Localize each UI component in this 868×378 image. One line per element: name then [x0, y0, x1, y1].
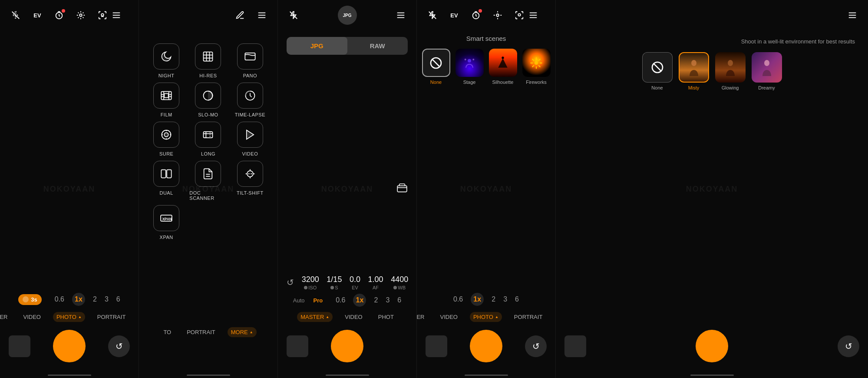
pro-label[interactable]: Pro — [314, 297, 323, 304]
ev-button[interactable]: EV — [30, 8, 44, 22]
mode-photo-1[interactable]: PHOTO — [53, 312, 85, 322]
menu-icon-1[interactable] — [109, 8, 123, 22]
menu-icon-5[interactable] — [845, 8, 859, 22]
stage-thumb — [455, 49, 484, 77]
mode-to[interactable]: TO — [160, 327, 175, 337]
zoom-06-3[interactable]: 0.6 — [336, 296, 345, 304]
gallery-thumbnail-4[interactable] — [426, 335, 447, 357]
iso-param[interactable]: 3200 ISO — [302, 275, 319, 290]
flip-camera-button-4[interactable]: ↺ — [525, 335, 547, 357]
zoom-2-3[interactable]: 2 — [374, 296, 378, 304]
motion-icon-4[interactable] — [491, 8, 505, 22]
mode-doc-scanner[interactable]: DOC SCANNER — [189, 161, 227, 201]
zoom-6[interactable]: 6 — [116, 295, 120, 303]
motion-icon[interactable] — [74, 8, 88, 22]
zoom-6-3[interactable]: 6 — [397, 296, 401, 304]
menu-icon-4[interactable] — [526, 8, 540, 22]
shutter-button-3[interactable] — [331, 330, 363, 362]
scene-misty[interactable]: Misty — [679, 52, 709, 90]
mode-portrait-4[interactable]: PORTRAIT — [511, 312, 546, 322]
gallery-thumbnail-1[interactable] — [9, 335, 30, 357]
mode-portrait-2[interactable]: PORTRAIT — [183, 327, 219, 337]
flash-off-icon-3[interactable] — [287, 8, 300, 22]
jpg-badge[interactable]: JPG — [338, 6, 357, 25]
mode-pano[interactable]: PANO — [231, 43, 269, 78]
mode-sure[interactable]: SURE — [148, 122, 185, 156]
zoom-1x-3[interactable]: 1x — [353, 294, 366, 307]
mode-slomo[interactable]: SLO-MO — [189, 83, 227, 117]
zoom-2-4[interactable]: 2 — [492, 295, 495, 303]
scene-none-5[interactable]: None — [642, 52, 673, 90]
flip-camera-button-1[interactable]: ↺ — [108, 335, 130, 357]
shutter-button-4[interactable] — [470, 330, 502, 362]
timer-active-badge[interactable]: 3s — [18, 294, 41, 305]
scene-glowing[interactable]: Glowing — [715, 52, 746, 90]
zoom-1x-4[interactable]: 1x — [471, 293, 484, 306]
flash-off-icon[interactable] — [9, 8, 23, 22]
wb-param[interactable]: 4400 WB — [391, 275, 408, 290]
mode-xpan[interactable]: XPAN XPAN — [148, 205, 185, 240]
mode-tilt-shift[interactable]: TILT-SHIFT — [231, 161, 269, 201]
mode-photo-4[interactable]: PHOTO — [470, 312, 502, 322]
jpg-format-btn[interactable]: JPG — [287, 37, 347, 55]
mode-video-3[interactable]: VIDEO — [341, 312, 366, 322]
mode-grid: NIGHT HI-RES PANO — [139, 35, 277, 249]
doc-scanner-icon — [195, 161, 221, 187]
mode-video[interactable]: VIDEO — [231, 122, 269, 156]
stack-icon[interactable] — [396, 182, 408, 196]
zoom-1x[interactable]: 1x — [72, 293, 85, 306]
zoom-3-4[interactable]: 3 — [503, 295, 507, 303]
zoom-2[interactable]: 2 — [93, 295, 97, 303]
mode-long[interactable]: LONG — [189, 122, 227, 156]
pro-params-row: ↺ 3200 ISO 1/15 S 0.0 EV 1.00 AF — [278, 275, 416, 292]
raw-format-btn[interactable]: RAW — [347, 37, 408, 55]
timer-icon[interactable] — [52, 8, 66, 22]
gallery-thumbnail-5[interactable] — [564, 335, 586, 357]
af-param[interactable]: 1.00 AF — [368, 275, 383, 290]
zoom-3[interactable]: 3 — [105, 295, 109, 303]
ev-param[interactable]: 0.0 EV — [350, 275, 360, 290]
mode-timelapse[interactable]: TIME-LAPSE — [231, 83, 269, 117]
xpan-label: XPAN — [160, 235, 173, 240]
shutter-button-5[interactable] — [696, 330, 728, 362]
mode-ster-4[interactable]: STER — [417, 312, 428, 322]
zoom-6-4[interactable]: 6 — [515, 295, 519, 303]
svg-point-55 — [728, 60, 733, 66]
scene-silhouette[interactable]: Silhouette — [489, 49, 517, 85]
zoom-06-4[interactable]: 0.6 — [453, 295, 463, 303]
mode-film[interactable]: FILM — [148, 83, 185, 117]
ev-button-4[interactable]: EV — [447, 8, 461, 22]
zoom-3-3[interactable]: 3 — [386, 296, 389, 304]
mode-video-4[interactable]: VIDEO — [436, 312, 461, 322]
reset-params-btn[interactable]: ↺ — [282, 275, 298, 290]
shutter-button-1[interactable] — [53, 330, 86, 362]
scene-none[interactable]: None — [422, 49, 450, 85]
mode-night[interactable]: NIGHT — [148, 43, 185, 78]
face-detect-icon[interactable] — [96, 8, 109, 22]
bottom-indicator-2 — [187, 375, 230, 376]
mode-master[interactable]: MASTER — [297, 312, 333, 322]
menu-icon-2[interactable] — [255, 8, 269, 22]
mode-more[interactable]: MORE — [228, 327, 257, 337]
edit-icon[interactable] — [233, 8, 247, 22]
zoom-06[interactable]: 0.6 — [55, 295, 64, 303]
scene-fireworks[interactable]: Fireworks — [522, 49, 551, 85]
mode-hi-res[interactable]: HI-RES — [189, 43, 227, 78]
gallery-thumbnail-3[interactable] — [287, 335, 308, 357]
flash-off-icon-4[interactable] — [426, 8, 439, 22]
scene-dreamy[interactable]: Dreamy — [752, 52, 782, 90]
timer-badge-4 — [479, 9, 482, 13]
face-detect-icon-4[interactable] — [512, 8, 526, 22]
mode-ster[interactable]: STER — [0, 312, 11, 322]
timer-icon-4[interactable] — [469, 8, 483, 22]
auto-label[interactable]: Auto — [293, 297, 305, 304]
mode-phot[interactable]: PHOT — [375, 312, 397, 322]
shutter-param[interactable]: 1/15 S — [327, 275, 342, 290]
panel-portrait-scenes: NOKOYAAN Shoot in a well-lit environment… — [556, 0, 868, 378]
menu-icon-3[interactable] — [394, 8, 408, 22]
mode-dual[interactable]: DUAL — [148, 161, 185, 201]
scene-stage[interactable]: Stage — [455, 49, 484, 85]
mode-portrait-1[interactable]: PORTRAIT — [94, 312, 129, 322]
mode-video-1[interactable]: VIDEO — [20, 312, 44, 322]
flip-camera-button-5[interactable]: ↺ — [838, 335, 859, 357]
